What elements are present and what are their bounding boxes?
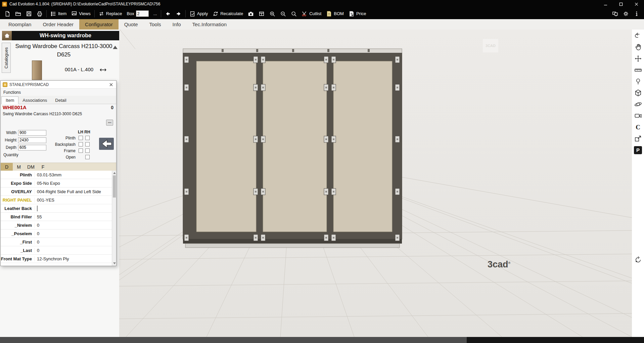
property-value[interactable]: 0 bbox=[35, 231, 112, 236]
snapshot-button[interactable] bbox=[245, 9, 256, 19]
dialog-scrollbar[interactable] bbox=[112, 171, 116, 266]
replace-icon bbox=[98, 11, 104, 17]
forward-button[interactable] bbox=[173, 9, 184, 19]
mode-tab-f[interactable]: F bbox=[37, 163, 49, 171]
catalogue-header: WH-swing wardrobe bbox=[12, 31, 119, 40]
tab-quote[interactable]: Quote bbox=[119, 19, 144, 30]
p-view-button[interactable]: P bbox=[633, 145, 643, 155]
perspective-button[interactable] bbox=[633, 88, 643, 97]
scroll-up-icon[interactable] bbox=[113, 172, 116, 174]
property-value[interactable]: 0 bbox=[35, 248, 112, 253]
undo-view-button[interactable] bbox=[633, 31, 643, 40]
dialog-title-bar[interactable]: STANLEYPRISMCAD bbox=[1, 81, 116, 89]
scrollbar-thumb[interactable] bbox=[113, 175, 116, 198]
pan-button[interactable] bbox=[633, 43, 643, 52]
back-button[interactable] bbox=[163, 9, 173, 19]
measure-button[interactable] bbox=[633, 66, 643, 75]
layout-panel-button[interactable] bbox=[256, 9, 267, 19]
registered-mark: ® bbox=[508, 261, 511, 265]
plinth-option-row: Plinth bbox=[44, 135, 101, 141]
dialog-close-button[interactable] bbox=[108, 82, 114, 88]
property-value[interactable]: 0 bbox=[35, 223, 112, 228]
backsplash-rh-checkbox[interactable] bbox=[85, 142, 90, 146]
views-button[interactable]: Views bbox=[69, 9, 93, 19]
viewport-3d[interactable]: 3CAD 3cad® bbox=[119, 30, 632, 337]
price-button[interactable]: Price bbox=[346, 9, 369, 19]
frame-lh-checkbox[interactable] bbox=[79, 148, 83, 153]
property-label: _Last bbox=[1, 248, 35, 253]
backsplash-lh-checkbox[interactable] bbox=[79, 142, 83, 146]
zoom-in-button[interactable] bbox=[267, 9, 278, 19]
dual-monitor-button[interactable] bbox=[610, 9, 620, 19]
item-button[interactable]: Item bbox=[48, 9, 69, 19]
horizontal-scrollbar-thumb[interactable] bbox=[0, 337, 467, 343]
scroll-up-icon[interactable] bbox=[113, 46, 118, 49]
orbit-button[interactable] bbox=[633, 100, 643, 109]
print-button[interactable] bbox=[34, 9, 45, 19]
dialog-tab-associations[interactable]: Associations bbox=[18, 97, 51, 104]
property-value[interactable]: 03.01-53mm bbox=[35, 172, 112, 177]
depth-input[interactable] bbox=[18, 145, 46, 151]
mode-tab-m[interactable]: M bbox=[13, 163, 25, 171]
minimize-button[interactable] bbox=[598, 0, 613, 8]
bom-button[interactable]: BOM bbox=[324, 9, 346, 19]
property-value[interactable]: 12-Synchron Ply bbox=[35, 256, 112, 261]
move-button[interactable] bbox=[633, 54, 643, 63]
tab-tools[interactable]: Tools bbox=[144, 19, 167, 30]
back-navigation-button[interactable] bbox=[99, 138, 114, 150]
plinth-lh-checkbox[interactable] bbox=[79, 136, 83, 140]
export-button[interactable] bbox=[633, 134, 643, 143]
open-button[interactable] bbox=[13, 9, 24, 19]
box-input[interactable] bbox=[136, 10, 149, 17]
tab-tec-information[interactable]: Tec.Information bbox=[187, 19, 233, 30]
settings-button[interactable] bbox=[620, 9, 631, 19]
horizontal-scrollbar[interactable] bbox=[0, 337, 644, 343]
tab-order-header[interactable]: Order Header bbox=[37, 19, 79, 30]
dialog-tab-item[interactable]: Item bbox=[1, 96, 18, 104]
tab-configurator[interactable]: Configurator bbox=[79, 19, 119, 30]
zoom-out-button[interactable] bbox=[278, 9, 288, 19]
zoom-fit-button[interactable] bbox=[288, 9, 299, 19]
property-value[interactable]: 001-YES bbox=[35, 198, 112, 203]
property-value[interactable]: 55 bbox=[35, 214, 112, 219]
replace-button[interactable]: Replace bbox=[96, 9, 125, 19]
reset-view-button[interactable] bbox=[633, 255, 643, 264]
functions-menu[interactable]: Functions bbox=[3, 90, 21, 95]
apply-button[interactable]: Apply bbox=[187, 9, 211, 19]
property-value[interactable]: 0 bbox=[35, 240, 112, 245]
open-checkbox[interactable] bbox=[85, 155, 90, 159]
leather-back-checkbox[interactable] bbox=[37, 206, 38, 211]
scroll-down-icon[interactable] bbox=[113, 262, 116, 264]
open-folder-icon bbox=[15, 11, 21, 17]
frame-rh-checkbox[interactable] bbox=[85, 148, 90, 153]
close-button[interactable] bbox=[629, 0, 644, 8]
more-button[interactable]: ... bbox=[151, 9, 159, 19]
property-value[interactable]: 05-No Expo bbox=[35, 181, 112, 186]
catalogues-vertical-tab[interactable]: Catalogues bbox=[2, 43, 11, 73]
cutlist-button[interactable]: Cutlist bbox=[299, 9, 324, 19]
app-icon bbox=[2, 2, 7, 7]
dialog-tab-detail[interactable]: Detail bbox=[51, 97, 70, 104]
info-button[interactable] bbox=[631, 9, 642, 19]
new-button[interactable] bbox=[2, 9, 13, 19]
catalogue-item-title[interactable]: Swing Wardrobe Carcass H2110-3000 D625 bbox=[15, 42, 113, 59]
plinth-rh-checkbox[interactable] bbox=[85, 136, 90, 140]
property-row-nrelem: _Nrelem 0 bbox=[1, 221, 112, 229]
recalculate-button[interactable]: Recalculate bbox=[210, 9, 245, 19]
tab-roomplan[interactable]: Roomplan bbox=[3, 19, 37, 30]
dialog-more-button[interactable]: ... bbox=[106, 120, 113, 126]
mode-tab-dm[interactable]: DM bbox=[25, 163, 37, 171]
item-code-label[interactable]: 001A - L.400 bbox=[65, 67, 93, 72]
lighting-button[interactable] bbox=[633, 77, 643, 86]
property-value[interactable]: 004-Right Side Full and Left Side bbox=[35, 189, 112, 194]
home-button[interactable] bbox=[2, 31, 12, 40]
walkthrough-button[interactable] bbox=[633, 111, 643, 120]
height-input[interactable] bbox=[18, 137, 46, 143]
save-button[interactable] bbox=[24, 9, 34, 19]
maximize-button[interactable] bbox=[613, 0, 629, 8]
item-thumbnail[interactable] bbox=[32, 60, 42, 80]
width-input[interactable] bbox=[18, 130, 46, 136]
c-view-button[interactable]: C bbox=[633, 123, 643, 132]
mode-tab-d[interactable]: D bbox=[1, 163, 13, 171]
tab-info[interactable]: Info bbox=[167, 19, 187, 30]
